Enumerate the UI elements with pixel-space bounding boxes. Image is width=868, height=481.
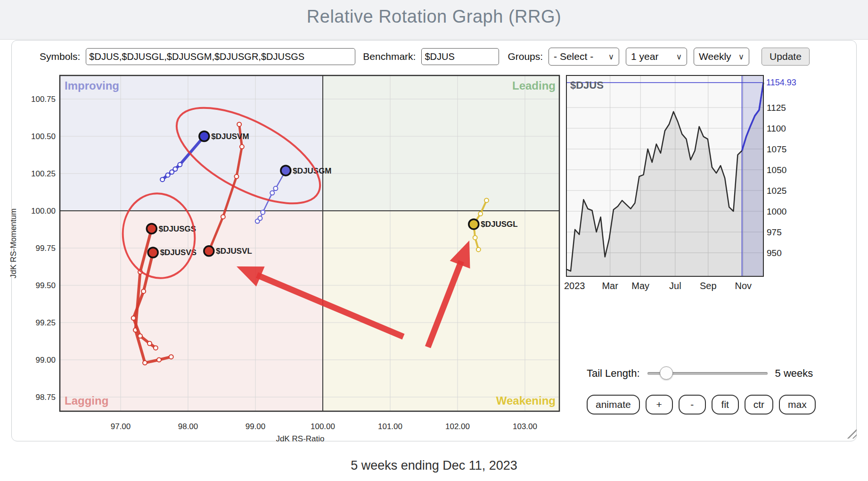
benchmark-input[interactable] xyxy=(421,48,499,65)
rrg-marker-djusgs[interactable] xyxy=(147,224,156,233)
chevron-down-icon: ∨ xyxy=(608,52,614,62)
benchmark-label: Benchmark: xyxy=(363,51,416,62)
center-button[interactable]: ctr xyxy=(745,395,773,415)
page-title: Relative Rotation Graph (RRG) xyxy=(0,7,868,27)
tail-length-slider[interactable] xyxy=(647,372,768,375)
frequency-select-value: Weekly xyxy=(699,51,731,62)
rrg-marker-djusvm[interactable] xyxy=(199,132,209,141)
rrg-marker-djusvl[interactable] xyxy=(204,246,214,256)
page-header: Relative Rotation Graph (RRG) xyxy=(0,0,868,40)
groups-select[interactable]: - Select - ∨ xyxy=(549,48,619,66)
chevron-down-icon: ∨ xyxy=(738,52,744,62)
symbols-input[interactable] xyxy=(86,48,355,65)
maximize-button[interactable]: max xyxy=(779,395,816,415)
zoom-out-button[interactable]: - xyxy=(679,395,706,415)
tail-length-label: Tail Length: xyxy=(587,367,640,380)
tail-length-control: Tail Length: 5 weeks xyxy=(587,364,851,383)
rrg-marker-djusgm[interactable] xyxy=(281,166,291,175)
rrg-app: { "header": { "title": "Relative Rotatio… xyxy=(0,0,868,481)
symbols-label: Symbols: xyxy=(40,51,80,62)
period-select-value: 1 year xyxy=(631,51,658,62)
slider-thumb[interactable] xyxy=(660,366,673,380)
zoom-in-button[interactable]: + xyxy=(646,395,673,415)
fit-button[interactable]: fit xyxy=(712,395,739,415)
chart-buttons: animate + - fit ctr max xyxy=(587,395,816,415)
chevron-down-icon: ∨ xyxy=(676,52,682,62)
rrg-marker-djusvs[interactable] xyxy=(148,248,158,257)
groups-select-value: - Select - xyxy=(554,51,593,62)
tail-length-value: 5 weeks xyxy=(775,367,813,380)
rrg-marker-djusgl[interactable] xyxy=(469,219,479,229)
period-select[interactable]: 1 year ∨ xyxy=(626,48,687,66)
toolbar: Symbols: Benchmark: Groups: - Select - ∨… xyxy=(11,46,857,67)
footer-caption: 5 weeks ending Dec 11, 2023 xyxy=(0,458,868,473)
animate-button[interactable]: animate xyxy=(587,395,640,415)
frequency-select[interactable]: Weekly ∨ xyxy=(694,48,749,66)
groups-label: Groups: xyxy=(508,51,543,62)
update-button[interactable]: Update xyxy=(762,48,810,66)
